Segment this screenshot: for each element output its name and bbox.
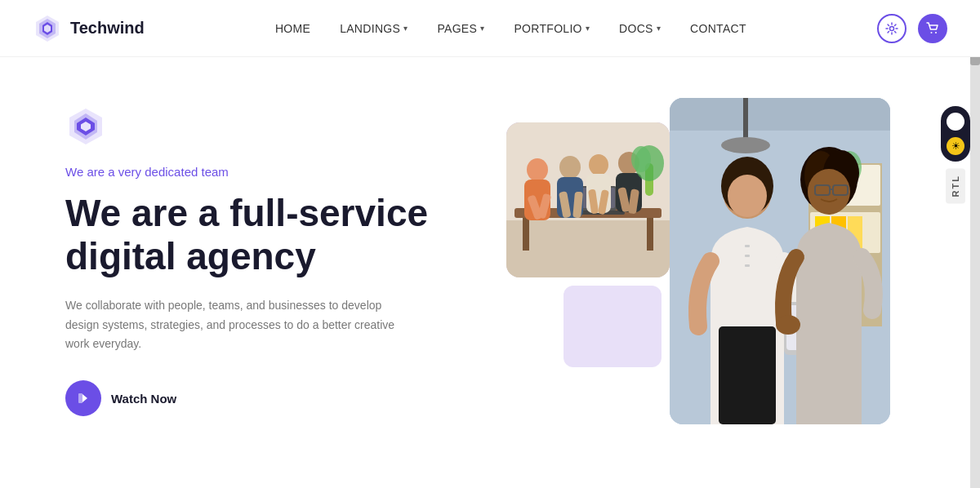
team-photo: [506, 122, 670, 277]
svg-marker-12: [82, 394, 87, 402]
svg-point-4: [890, 26, 894, 30]
hero-brand-icon: [65, 106, 106, 147]
hero-subtitle: We are a very dedicated team: [65, 165, 490, 179]
svg-point-39: [631, 146, 651, 172]
svg-rect-17: [647, 218, 653, 251]
play-icon: [65, 380, 101, 416]
nav-actions: [877, 14, 947, 43]
hero-title: We are a full-service digital agency: [65, 192, 490, 278]
cart-icon: [926, 22, 939, 35]
watch-now-button[interactable]: Watch Now: [65, 380, 490, 416]
decorative-box: [564, 286, 662, 367]
svg-rect-59: [719, 326, 776, 424]
svg-point-43: [721, 137, 770, 153]
navbar: Techwind HOME LANDINGS PAGES PORTFOLIO D…: [0, 0, 980, 57]
svg-point-21: [527, 158, 548, 181]
hero-images: [490, 98, 915, 488]
svg-rect-41: [670, 98, 890, 131]
nav-item-portfolio[interactable]: PORTFOLIO: [514, 22, 590, 35]
nav-item-landings[interactable]: LANDINGS: [340, 22, 408, 35]
svg-point-29: [589, 154, 608, 175]
hero-content: We are a very dedicated team We are a fu…: [65, 98, 490, 416]
svg-point-55: [728, 175, 767, 217]
nav-link-landings[interactable]: LANDINGS: [340, 22, 408, 35]
nav-link-portfolio[interactable]: PORTFOLIO: [514, 22, 590, 35]
svg-point-70: [776, 315, 800, 335]
nav-links: HOME LANDINGS PAGES PORTFOLIO DOCS CONTA…: [275, 21, 746, 36]
settings-button[interactable]: [877, 14, 906, 43]
svg-point-6: [935, 32, 937, 33]
nav-item-pages[interactable]: PAGES: [437, 22, 484, 35]
svg-rect-56: [745, 245, 750, 247]
nav-item-contact[interactable]: CONTACT: [690, 21, 746, 36]
cart-button[interactable]: [918, 14, 947, 43]
hero-section: We are a very dedicated team We are a fu…: [0, 57, 980, 488]
nav-item-home[interactable]: HOME: [275, 21, 310, 36]
hero-title-line2: digital agency: [65, 235, 316, 277]
svg-rect-11: [78, 393, 82, 403]
logo-area[interactable]: Techwind: [33, 14, 145, 43]
nav-link-pages[interactable]: PAGES: [437, 22, 484, 35]
logo-icon: [33, 14, 62, 43]
hero-title-line1: We are a full-service: [65, 192, 428, 234]
hero-description: We collaborate with people, teams, and b…: [65, 296, 416, 354]
svg-point-25: [559, 156, 581, 179]
svg-rect-58: [745, 264, 750, 267]
office-photo: [670, 98, 890, 424]
nav-item-docs[interactable]: DOCS: [619, 22, 661, 35]
svg-point-5: [931, 32, 933, 33]
nav-link-contact[interactable]: CONTACT: [690, 22, 746, 35]
brand-name: Techwind: [70, 19, 145, 38]
svg-rect-16: [523, 218, 529, 251]
nav-link-docs[interactable]: DOCS: [619, 22, 661, 35]
svg-rect-57: [745, 255, 750, 257]
watch-now-label: Watch Now: [111, 392, 176, 406]
gear-icon: [885, 22, 898, 35]
svg-rect-14: [506, 220, 670, 277]
nav-link-home[interactable]: HOME: [275, 22, 310, 35]
